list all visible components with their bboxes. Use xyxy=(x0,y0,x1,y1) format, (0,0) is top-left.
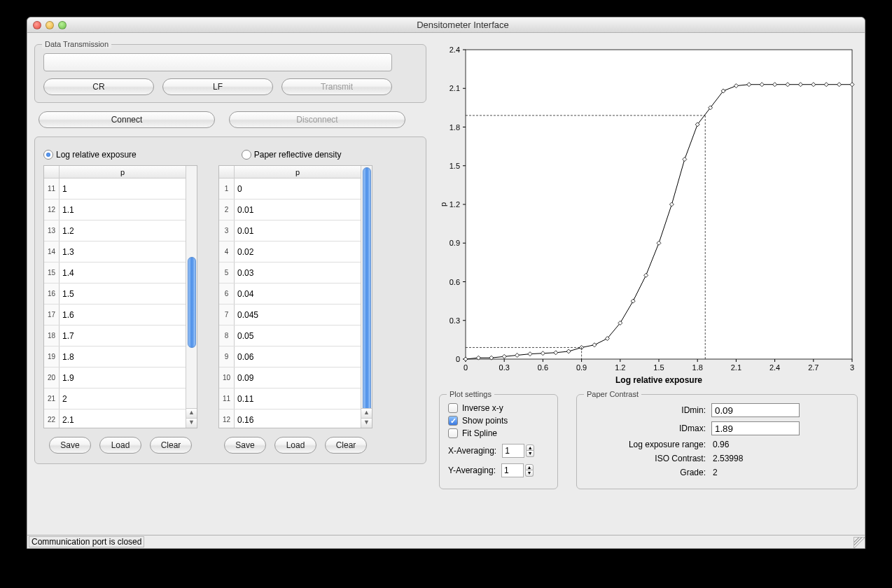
step-down-icon[interactable]: ▼ xyxy=(526,451,534,457)
radio-paper-density[interactable]: Paper reflective density xyxy=(242,150,342,160)
table-row[interactable]: 111 xyxy=(44,178,186,200)
table-row[interactable]: 70.045 xyxy=(219,304,361,326)
table-row[interactable]: 201.9 xyxy=(44,368,186,388)
paper-contrast-legend: Paper Contrast xyxy=(584,390,641,398)
data-transmission-group: Data Transmission CR LF Transmit xyxy=(34,44,426,103)
table-row[interactable]: 10 xyxy=(219,178,361,200)
step-down-icon[interactable]: ▼ xyxy=(525,470,534,477)
grade-label: Grade: xyxy=(585,468,711,477)
tables-group: Log relative exposure Paper reflective d… xyxy=(34,136,426,464)
table-row[interactable]: 120.16 xyxy=(219,410,361,428)
clear-left-button[interactable]: Clear xyxy=(150,437,192,454)
scrollbar-right[interactable]: ▲▼ xyxy=(361,166,372,428)
svg-text:0: 0 xyxy=(464,363,468,372)
scroll-down-icon[interactable]: ▼ xyxy=(186,418,197,428)
scrollbar-left[interactable]: ▲▼ xyxy=(186,166,197,428)
svg-text:p: p xyxy=(439,202,447,206)
scroll-up-icon[interactable]: ▲ xyxy=(361,408,372,418)
svg-text:0.9: 0.9 xyxy=(450,239,460,247)
fit-spline-checkbox[interactable]: Fit Spline xyxy=(448,428,549,438)
table-row[interactable]: 90.06 xyxy=(219,346,361,368)
svg-text:2.1: 2.1 xyxy=(731,363,741,372)
minimize-icon[interactable] xyxy=(46,21,54,29)
clear-right-button[interactable]: Clear xyxy=(325,437,367,454)
table-row[interactable]: 121.1 xyxy=(44,200,186,220)
svg-text:1.8: 1.8 xyxy=(450,123,460,132)
load-right-button[interactable]: Load xyxy=(274,437,316,454)
svg-text:0.9: 0.9 xyxy=(576,363,587,372)
disconnect-button[interactable]: Disconnect xyxy=(229,111,405,128)
x-averaging-input[interactable] xyxy=(502,444,524,458)
idmax-input[interactable] xyxy=(711,421,800,435)
lf-button[interactable]: LF xyxy=(162,78,273,95)
table-row[interactable]: 171.6 xyxy=(44,304,186,326)
svg-text:2.4: 2.4 xyxy=(450,46,460,54)
svg-text:0.6: 0.6 xyxy=(538,363,548,372)
table-row[interactable]: 80.05 xyxy=(219,326,361,346)
y-averaging-label: Y-Averaging: xyxy=(448,465,496,475)
table-row[interactable]: 212 xyxy=(44,388,186,410)
data-transmission-legend: Data Transmission xyxy=(42,40,111,48)
scroll-down-icon[interactable]: ▼ xyxy=(361,418,372,428)
close-icon[interactable] xyxy=(33,21,41,29)
table-row[interactable]: 60.04 xyxy=(219,284,361,304)
transmission-input[interactable] xyxy=(43,53,392,71)
table-row[interactable]: 191.8 xyxy=(44,346,186,368)
table-left[interactable]: p111121.1131.2141.3151.4161.5171.6181.71… xyxy=(43,165,197,428)
step-up-icon[interactable]: ▲ xyxy=(525,464,534,470)
radio-log-exposure-label: Log relative exposure xyxy=(56,150,137,160)
window-title: Densitometer Interface xyxy=(67,20,859,30)
scroll-up-icon[interactable]: ▲ xyxy=(186,408,197,418)
show-points-checkbox[interactable]: Show points xyxy=(448,416,549,426)
step-up-icon[interactable]: ▲ xyxy=(526,444,534,451)
checkbox-icon xyxy=(448,428,458,438)
connect-button[interactable]: Connect xyxy=(39,111,215,128)
zoom-icon[interactable] xyxy=(58,21,67,29)
radio-log-exposure[interactable]: Log relative exposure xyxy=(43,150,137,160)
table-row[interactable]: 40.02 xyxy=(219,241,361,262)
resize-handle-icon[interactable] xyxy=(853,537,865,548)
load-left-button[interactable]: Load xyxy=(99,437,141,454)
table-row[interactable]: 222.1 xyxy=(44,410,186,428)
table-row[interactable]: 151.4 xyxy=(44,262,186,284)
table-row[interactable]: 141.3 xyxy=(44,241,186,262)
idmin-label: IDmin: xyxy=(585,405,711,415)
cr-button[interactable]: CR xyxy=(43,78,154,95)
table-row[interactable]: 20.01 xyxy=(219,200,361,220)
log-exposure-range-label: Log exposure range: xyxy=(585,440,711,449)
idmin-input[interactable] xyxy=(711,403,800,417)
status-text: Communication port is closed xyxy=(29,536,144,547)
table-row[interactable]: 161.5 xyxy=(44,284,186,304)
radio-icon xyxy=(242,150,251,160)
window-controls xyxy=(33,21,67,29)
save-right-button[interactable]: Save xyxy=(224,437,266,454)
svg-text:1.8: 1.8 xyxy=(692,363,703,372)
table-row[interactable]: 30.01 xyxy=(219,220,361,241)
y-averaging-input[interactable] xyxy=(501,463,524,477)
table-row[interactable]: 110.11 xyxy=(219,388,361,410)
plot-settings-legend: Plot settings xyxy=(447,390,494,398)
iso-contrast-value: 2.53998 xyxy=(711,454,743,463)
svg-text:1.5: 1.5 xyxy=(450,162,460,170)
table-row[interactable]: 50.03 xyxy=(219,262,361,284)
inverse-xy-checkbox[interactable]: Inverse x-y xyxy=(448,403,549,413)
table-row[interactable]: 100.09 xyxy=(219,368,361,388)
x-averaging-stepper[interactable]: ▲▼ xyxy=(502,444,534,458)
svg-text:0.6: 0.6 xyxy=(450,278,460,286)
paper-contrast-group: Paper Contrast IDmin: IDmax: Log exposur… xyxy=(576,394,858,489)
svg-text:2.1: 2.1 xyxy=(450,84,460,92)
y-averaging-stepper[interactable]: ▲▼ xyxy=(501,463,534,477)
save-left-button[interactable]: Save xyxy=(49,437,91,454)
checkbox-icon xyxy=(448,416,458,426)
svg-text:3: 3 xyxy=(850,363,854,372)
table-row[interactable]: 181.7 xyxy=(44,326,186,346)
table-right[interactable]: p1020.0130.0140.0250.0360.0470.04580.059… xyxy=(218,165,372,428)
idmax-label: IDmax: xyxy=(585,424,711,433)
transmit-button[interactable]: Transmit xyxy=(281,78,392,95)
plot-settings-group: Plot settings Inverse x-y Show points Fi… xyxy=(439,394,558,489)
svg-text:1.2: 1.2 xyxy=(615,363,625,372)
iso-contrast-label: ISO Contrast: xyxy=(585,454,711,463)
table-row[interactable]: 131.2 xyxy=(44,220,186,241)
checkbox-icon xyxy=(448,403,458,413)
svg-text:1.5: 1.5 xyxy=(653,363,664,372)
